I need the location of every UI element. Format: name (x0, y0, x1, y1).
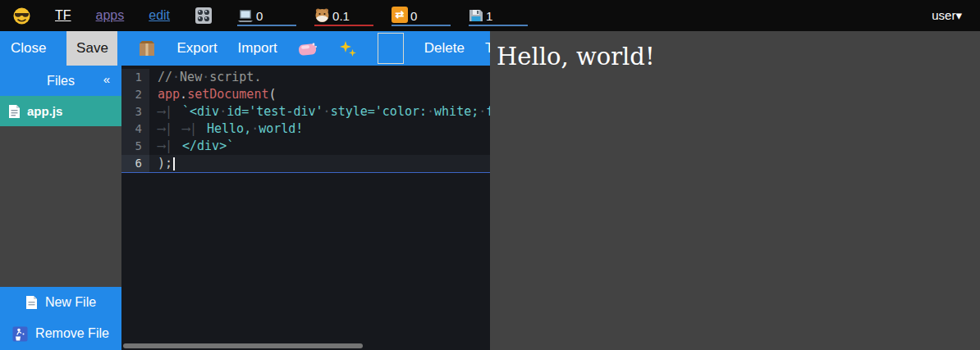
line-number: 1 (121, 69, 149, 86)
remove-file-button[interactable]: Remove File (0, 318, 121, 349)
code-line[interactable]: 6); (121, 155, 490, 172)
floppy-counter[interactable]: 1 (469, 5, 528, 26)
close-button[interactable]: Close (11, 40, 46, 57)
code-line[interactable]: 1//·New·script. (121, 69, 490, 86)
remove-file-label: Remove File (35, 326, 109, 341)
laptop-counter-value: 0 (256, 10, 263, 23)
code-line[interactable]: 5⟶|</div>` (121, 138, 490, 155)
laptop-icon (237, 9, 254, 23)
line-number: 5 (121, 138, 149, 155)
code-line[interactable]: 4⟶|⟶|Hello,·world! (121, 120, 490, 138)
sunglasses-emoji-icon (13, 7, 30, 25)
package-icon[interactable] (138, 39, 156, 57)
code-rows: 1//·New·script.2app.setDocument(3⟶|`<div… (121, 66, 490, 172)
empty-slot-button[interactable] (378, 33, 404, 64)
save-button[interactable]: Save (66, 31, 117, 66)
soap-icon[interactable] (298, 41, 318, 57)
code-editor[interactable]: 1//·New·script.2app.setDocument(3⟶|`<div… (121, 66, 490, 350)
export-button[interactable]: Export (176, 40, 217, 57)
delete-button[interactable]: Delete (424, 40, 465, 57)
line-number: 3 (121, 103, 149, 120)
user-menu[interactable]: user▾ (932, 8, 962, 23)
line-number: 6 (121, 155, 149, 172)
preview-pane: Hello, world! (490, 31, 980, 350)
sidebar-actions: New File Remove File (0, 287, 121, 350)
file-item-appjs[interactable]: app.js (0, 96, 121, 126)
laptop-counter[interactable]: 0 (237, 5, 296, 26)
line-number: 4 (121, 120, 149, 138)
hamster-counter-value: 0.1 (332, 10, 350, 23)
top-bar: TF apps edit 0 (0, 0, 980, 31)
caret-down-icon: ▾ (955, 8, 962, 22)
new-file-label: New File (45, 295, 96, 310)
floppy-counter-value: 1 (486, 10, 492, 23)
tab-indicator: ⟶| (158, 138, 182, 155)
code-line[interactable]: 3⟶|`<div·id='test-div'·style='color:·whi… (121, 103, 490, 120)
new-file-button[interactable]: New File (0, 287, 121, 318)
floppy-icon (469, 8, 483, 23)
exchange-counter-value: 0 (410, 10, 417, 23)
tab-indicator: ⟶| (182, 120, 207, 138)
litter-bin-icon (12, 326, 28, 342)
files-header: Files « (0, 66, 121, 96)
hamster-icon (314, 7, 330, 23)
code-line[interactable]: 2app.setDocument( (121, 86, 490, 103)
document-icon (8, 104, 21, 119)
files-sidebar: Files « app.js New File (0, 66, 121, 350)
horizontal-scrollbar[interactable] (123, 343, 363, 348)
editor-toolbar: Close Save Export Import Delete Trace (0, 31, 490, 66)
sparkles-icon[interactable] (338, 39, 357, 58)
edit-link[interactable]: edit (149, 8, 170, 23)
import-button[interactable]: Import (238, 40, 277, 57)
line-number: 2 (121, 86, 149, 103)
preview-text: Hello, world! (497, 43, 973, 70)
collapse-sidebar-button[interactable]: « (103, 72, 110, 86)
file-item-label: app.js (27, 104, 62, 118)
brand-link[interactable]: TF (55, 8, 71, 23)
tab-indicator: ⟶| (158, 120, 182, 138)
control-knobs-icon[interactable] (195, 7, 213, 25)
exchange-counter[interactable]: ⇄ 0 (392, 5, 451, 26)
tab-indicator: ⟶| (158, 103, 182, 120)
files-header-label: Files (47, 74, 75, 89)
exchange-icon: ⇄ (392, 7, 408, 23)
apps-link[interactable]: apps (96, 8, 125, 23)
text-cursor (173, 157, 175, 170)
hamster-counter[interactable]: 0.1 (314, 5, 373, 26)
new-file-icon (25, 295, 38, 310)
